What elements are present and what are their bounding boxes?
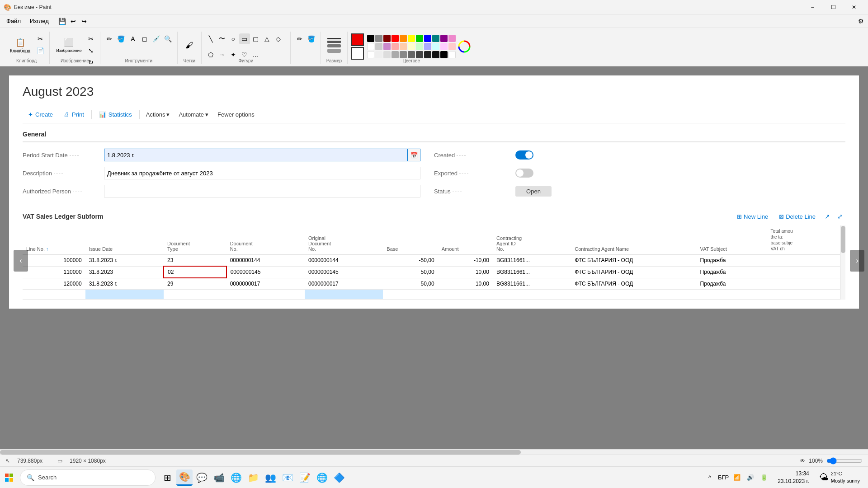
authorized-person-input[interactable] [104,185,420,197]
color2-swatch[interactable] [351,47,364,60]
curve-shape[interactable]: 〜 [217,33,227,44]
col-header-totalamt[interactable]: Total amouthe ta:base subjeVAT ch [767,225,845,255]
outline-button[interactable]: ✏ [294,33,305,44]
period-start-date-input[interactable] [104,149,408,161]
magnify-button[interactable]: 🔍 [163,33,174,44]
color-nearblack[interactable] [424,51,431,58]
arrow-shapes[interactable]: → [217,49,227,60]
chevron-tray-icon[interactable]: ^ [703,471,716,484]
color-blank[interactable] [448,51,456,58]
next-arrow[interactable]: › [850,250,864,272]
col-header-amount[interactable]: Amount [438,225,493,255]
menu-view[interactable]: Изглед [25,16,53,26]
color1-swatch[interactable] [351,33,364,46]
minimize-button[interactable]: − [802,0,823,14]
color-teal[interactable] [432,35,439,42]
diamond-shape[interactable]: ◇ [273,33,284,44]
app2-taskbar-icon[interactable]: 🔷 [331,469,347,486]
oval-shape[interactable]: ○ [228,33,239,44]
col-header-base[interactable]: Base [383,225,438,255]
color-lightgreen[interactable] [416,43,423,50]
color-gainsboro[interactable] [383,51,391,58]
col-header-vatsubject[interactable]: VAT Subject [697,225,767,255]
exported-toggle[interactable] [515,169,533,178]
size-button[interactable] [325,33,344,57]
explorer-taskbar-icon[interactable]: 📁 [245,469,261,486]
menu-file[interactable]: Файл [2,16,25,26]
maximize-button[interactable]: ☐ [823,0,844,14]
line-shape[interactable]: ╲ [205,33,216,44]
start-button[interactable] [0,469,18,487]
edit-colors-button[interactable] [457,39,472,54]
col-header-issuedate[interactable]: Issue Date [85,225,164,255]
select-button[interactable]: ⬜ Изображение [53,33,85,57]
pencil-button[interactable]: ✏ [104,33,115,44]
system-tray[interactable]: ^ БГР 📶 🔊 🔋 [702,471,772,484]
chat-taskbar-icon[interactable]: 💬 [193,469,210,486]
crop-button[interactable]: ✂ [85,33,96,44]
color-pink[interactable] [448,35,456,42]
paste-button[interactable]: 📋 Клипборд [7,33,33,57]
actions-dropdown[interactable]: Actions ▾ [142,109,175,120]
table-row[interactable]: 120000 31.8.2023 г. 29 0000000017 000000… [23,278,845,290]
fill-button[interactable]: 🪣 [116,33,127,44]
outlook-taskbar-icon[interactable]: 📧 [279,469,296,486]
color-white2[interactable] [367,51,374,58]
color-lavender[interactable] [440,43,448,50]
redo-button[interactable]: ↪ [79,16,90,27]
save-button[interactable]: 💾 [57,16,68,27]
color-black[interactable] [367,35,374,42]
color-purple[interactable] [440,35,448,42]
color-almostblack[interactable] [432,51,439,58]
wifi-icon[interactable]: 📶 [731,471,743,484]
color-mistyrose[interactable] [448,43,456,50]
color-lightgray[interactable] [375,43,382,50]
create-button[interactable]: ✦ Create [23,109,58,120]
copy-button[interactable]: 📄 [35,45,46,56]
brushes-button[interactable]: 🖌 [181,33,198,57]
color-dim[interactable] [408,51,415,58]
dropper-button[interactable]: 💉 [151,33,162,44]
settings-button[interactable]: ⚙ [855,16,866,27]
zoom-taskbar-icon[interactable]: 📹 [211,469,227,486]
created-toggle[interactable] [515,150,533,160]
color-gray[interactable] [375,35,382,42]
color-lightblue[interactable] [424,43,431,50]
open-icon[interactable]: ⤢ [835,211,845,222]
color-lightyellow[interactable] [408,43,415,50]
taskview-button[interactable]: ⊞ [159,469,175,486]
canvas-hscrollbar-thumb[interactable] [0,450,521,455]
col-header-docno[interactable]: DocumentNo. [226,225,305,255]
resize-button[interactable]: ⤡ [85,45,96,56]
description-input[interactable] [104,167,420,179]
battery-icon[interactable]: 🔋 [758,471,770,484]
col-header-doctype[interactable]: DocumentType [164,225,226,255]
text-button[interactable]: A [127,33,138,44]
table-row[interactable]: 110000 31.8.2023 02 0000000145 000000014… [23,266,845,278]
cut-button[interactable]: ✂ [35,33,46,44]
table-row[interactable] [23,290,845,300]
rect-shape[interactable]: ▭ [239,33,250,44]
delete-line-button[interactable]: ⊠ Delete Line [774,211,820,222]
taskbar-search[interactable]: 🔍 Search [20,469,156,486]
color-lightgray2[interactable] [375,51,382,58]
color-darkgray[interactable] [400,51,407,58]
color-verydark[interactable] [416,51,423,58]
prev-arrow[interactable]: ‹ [14,250,28,272]
color-white[interactable] [367,43,374,50]
col-header-contractname[interactable]: Contracting Agent Name [571,225,696,255]
triangle-shape[interactable]: △ [262,33,273,44]
calendar-button[interactable]: 📅 [408,149,420,161]
close-button[interactable]: ✕ [844,0,864,14]
teams-taskbar-icon[interactable]: 👥 [262,469,278,486]
weather-widget[interactable]: 🌤 21°C Mostly sunny [815,469,864,486]
color-lightpurple[interactable] [383,43,391,50]
color-yellow[interactable] [408,35,415,42]
clock[interactable]: 13:34 23.10.2023 г. [774,468,813,487]
rounded-rect-shape[interactable]: ▢ [250,33,261,44]
color-orange[interactable] [400,35,407,42]
edge-taskbar-icon[interactable]: 🌐 [228,469,244,486]
color-blue[interactable] [424,35,431,42]
col-header-origdocno[interactable]: OriginalDocumentNo. [305,225,383,255]
col-header-contractid[interactable]: ContractingAgent IDNo. [493,225,571,255]
